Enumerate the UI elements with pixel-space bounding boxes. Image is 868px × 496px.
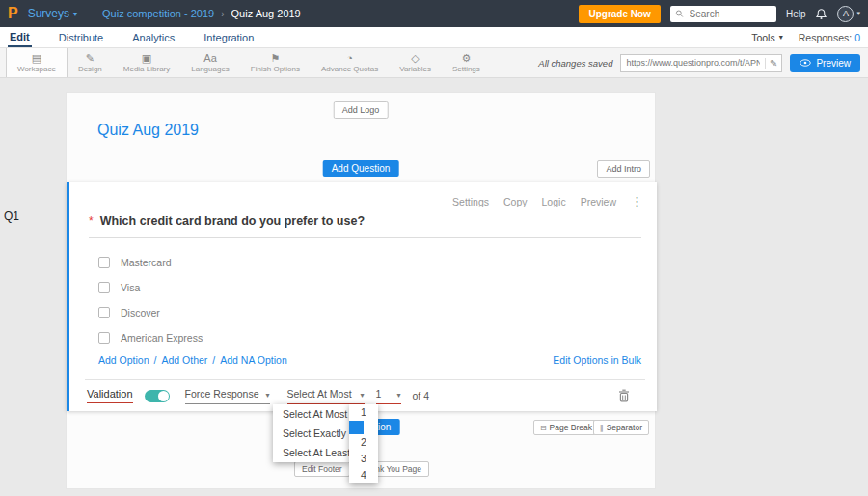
delete-question-trash-icon[interactable] (618, 389, 630, 402)
count-dropdown-selection-highlight (349, 421, 364, 434)
toolbar-item-settings[interactable]: ⚙ Settings (442, 48, 491, 77)
slash-separator: / (154, 354, 157, 366)
upgrade-now-button[interactable]: Upgrade Now (579, 5, 660, 23)
product-switcher[interactable]: Surveys ▾ (28, 7, 77, 20)
separator-button[interactable]: ∥ Separator (593, 420, 649, 435)
rule-option-select-exactly[interactable]: Select Exactly (273, 424, 349, 443)
toolbar-item-finish-options[interactable]: ⚑ Finish Options (240, 48, 311, 77)
checkbox-mastercard[interactable] (98, 257, 110, 268)
avatar: A (837, 6, 854, 22)
question-settings-link[interactable]: Settings (452, 196, 489, 207)
add-intro-button[interactable]: Add Intro (597, 160, 650, 178)
count-option-3[interactable]: 3 (349, 451, 378, 467)
responses-count: 0 (854, 32, 860, 43)
save-status: All changes saved (538, 58, 612, 69)
question-block: Settings Copy Logic Preview ⋮ * Which cr… (67, 182, 657, 411)
editor-canvas: Q1 Add Logo Quiz Aug 2019 Add Question A… (0, 78, 868, 496)
validation-rule-select[interactable]: Select At Most ▾ (287, 388, 365, 404)
option-links: Add Option / Add Other / Add NA Option (98, 354, 287, 366)
edit-url-pencil-icon[interactable]: ✎ (765, 58, 781, 69)
count-option-1[interactable]: 1 (349, 404, 378, 421)
advance-quotas-icon: ◔ (346, 52, 353, 64)
required-asterisk: * (89, 214, 94, 228)
preview-button[interactable]: Preview (790, 54, 860, 72)
responses-counter[interactable]: Responses:0 (799, 32, 860, 43)
toolbar-item-media-library[interactable]: ▣ Media Library (113, 48, 180, 77)
separator-icon: ∥ (600, 424, 604, 432)
tools-menu[interactable]: Tools ▾ (751, 32, 783, 43)
tab-distribute[interactable]: Distribute (57, 27, 105, 47)
toggle-knob (158, 391, 169, 401)
toolbar-item-languages[interactable]: Aa Languages (180, 48, 240, 77)
toolbar-item-design[interactable]: ✎ Design (68, 48, 113, 77)
media-library-icon: ▣ (142, 52, 151, 64)
answer-options: Mastercard Visa Discover American Expres… (98, 250, 641, 350)
search-box[interactable] (670, 6, 776, 22)
edit-footer-button[interactable]: Edit Footer (294, 461, 350, 477)
question-actions: Settings Copy Logic Preview ⋮ (452, 194, 643, 208)
page-break-icon: ⊟ (540, 424, 547, 432)
count-option-2[interactable]: 2 (349, 434, 378, 451)
question-logic-link[interactable]: Logic (542, 196, 566, 207)
editor-toolbar: ▤ Workspace ✎ Design ▣ Media Library Aa … (0, 48, 868, 78)
rule-option-select-at-least[interactable]: Select At Least (273, 443, 349, 462)
languages-icon: Aa (203, 52, 216, 64)
question-copy-link[interactable]: Copy (503, 196, 528, 207)
add-option-link[interactable]: Add Option (98, 354, 149, 366)
page-break-button[interactable]: ⊟ Page Break (533, 420, 599, 435)
product-label: Surveys (28, 7, 69, 20)
validation-count-dropdown: 1 2 3 4 (349, 404, 378, 483)
question-number: Q1 (4, 209, 19, 223)
checkbox-visa[interactable] (98, 282, 110, 293)
variables-icon: ◇ (411, 52, 419, 64)
validation-count-select[interactable]: 1 ▾ (376, 388, 401, 404)
force-response-select[interactable]: Force Response ▾ (185, 388, 270, 404)
app-window: P Surveys ▾ Quiz competition - 2019 › Qu… (0, 0, 868, 496)
notifications-bell-icon[interactable] (815, 8, 827, 20)
eye-icon (800, 59, 811, 67)
rule-option-select-at-most[interactable]: Select At Most (273, 404, 349, 424)
main-nav: Edit Distribute Analytics Integration To… (0, 27, 868, 48)
chevron-down-icon: ▾ (779, 33, 783, 41)
question-text-row: * Which credit card brand do you prefer … (89, 214, 365, 228)
edit-options-in-bulk-link[interactable]: Edit Options in Bulk (553, 354, 641, 366)
help-link[interactable]: Help (786, 9, 806, 19)
chevron-down-icon: ▾ (360, 391, 364, 400)
toolbar-item-variables[interactable]: ◇ Variables (389, 48, 442, 77)
topbar: P Surveys ▾ Quiz competition - 2019 › Qu… (0, 0, 868, 27)
breadcrumb-parent[interactable]: Quiz competition - 2019 (102, 8, 214, 19)
tab-analytics[interactable]: Analytics (130, 27, 176, 47)
question-text[interactable]: Which credit card brand do you prefer to… (100, 214, 365, 228)
validation-toggle[interactable] (145, 390, 170, 402)
add-logo-button[interactable]: Add Logo (334, 101, 389, 119)
count-option-4[interactable]: 4 (349, 467, 378, 483)
workspace-icon: ▤ (32, 52, 41, 64)
tools-label: Tools (751, 32, 775, 43)
add-question-button[interactable]: Add Question (323, 160, 399, 177)
tab-integration[interactable]: Integration (202, 27, 256, 47)
add-other-link[interactable]: Add Other (161, 354, 207, 366)
finish-options-icon: ⚑ (270, 52, 280, 64)
toolbar-item-advance-quotas[interactable]: ◔ Advance Quotas (311, 48, 389, 77)
search-icon (675, 9, 684, 18)
checkbox-american-express[interactable] (98, 332, 110, 344)
kebab-menu-icon[interactable]: ⋮ (631, 194, 643, 208)
tab-edit[interactable]: Edit (8, 27, 32, 47)
search-input[interactable] (688, 8, 772, 20)
list-item: Discover (98, 300, 641, 325)
add-na-option-link[interactable]: Add NA Option (220, 354, 286, 366)
breadcrumb-separator-icon: › (221, 9, 224, 19)
checkbox-discover[interactable] (98, 307, 110, 318)
validation-label: Validation (87, 388, 133, 403)
account-menu[interactable]: A ▾ (837, 6, 860, 22)
survey-url-box: ✎ (620, 54, 782, 72)
settings-gear-icon: ⚙ (461, 52, 471, 64)
survey-title: Quiz Aug 2019 (97, 122, 199, 139)
question-preview-link[interactable]: Preview (581, 196, 616, 207)
chevron-down-icon: ▾ (396, 391, 400, 400)
toolbar-item-workspace[interactable]: ▤ Workspace (6, 48, 68, 77)
questionpro-logo[interactable]: P (8, 5, 18, 22)
survey-url-input[interactable] (621, 58, 765, 68)
of-total-label: of 4 (413, 390, 430, 401)
chevron-down-icon: ▾ (856, 10, 860, 17)
